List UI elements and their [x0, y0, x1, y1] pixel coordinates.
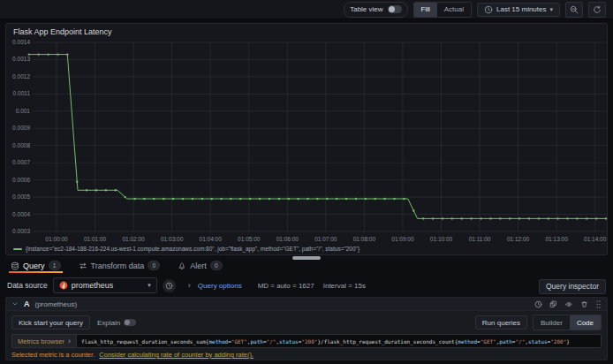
tab-query-count: 1 [49, 261, 61, 270]
zoom-out-button[interactable] [565, 2, 583, 18]
y-tick-label: 0.0004 [12, 211, 30, 217]
tab-alert[interactable]: Alert 0 [176, 258, 224, 273]
data-point [115, 189, 117, 191]
metrics-browser-button[interactable]: Metrics browser › [11, 334, 76, 348]
query-inspector-button[interactable]: Query inspector [539, 279, 606, 294]
data-point [432, 217, 434, 219]
query-options-section: › Query options MD = auto = 1627Interval… [188, 282, 366, 290]
panel-edit-toolbar: Table view Fill Actual Last 15 minutes ▾ [0, 0, 613, 19]
tab-query[interactable]: Query 1 [9, 258, 63, 273]
x-tick-label: 01:00:00 [45, 236, 68, 242]
table-view-toggle[interactable]: Table view [344, 2, 407, 18]
data-point [278, 198, 280, 200]
data-point [230, 198, 231, 200]
x-tick-label: 01:12:00 [507, 236, 530, 242]
editor-tabs: Query 1 Transform data 0 Alert 0 [9, 258, 604, 273]
promql-code-input[interactable]: flask_http_request_duration_seconds_sum{… [76, 334, 602, 348]
time-range-picker[interactable]: Last 15 minutes ▾ [477, 3, 560, 17]
code-button[interactable]: Code [570, 315, 601, 330]
zoom-out-icon [570, 5, 579, 14]
fill-button[interactable]: Fill [414, 3, 437, 17]
promql-token: flask_http_request_duration_seconds_coun… [324, 338, 455, 345]
datasource-help-button[interactable] [163, 279, 176, 292]
x-tick-label: 01:04:00 [200, 236, 223, 242]
promql-token: method [208, 338, 228, 345]
y-tick-label: 0.001 [16, 108, 31, 114]
tab-query-label: Query [23, 262, 45, 270]
y-tick-label: 0.0013 [12, 56, 30, 62]
data-point [259, 198, 261, 200]
data-point [220, 198, 222, 200]
warning-text: Selected metric is a counter. [11, 351, 95, 359]
options-row[interactable]: › Options Legend: AutoFormat: Time serie… [6, 359, 607, 364]
y-tick-label: 0.0011 [13, 90, 31, 96]
kick-start-button[interactable]: Kick start your query [11, 315, 90, 330]
tab-alert-count: 0 [210, 261, 223, 270]
datasource-label: Data source [7, 281, 48, 290]
query-options-toggle[interactable]: Query options [198, 282, 242, 290]
data-point [403, 198, 405, 200]
data-point [548, 217, 549, 219]
query-history-button[interactable] [534, 300, 542, 308]
data-point [86, 189, 87, 191]
actual-button[interactable]: Actual [437, 3, 471, 17]
query-ref-id: A [24, 300, 30, 308]
data-point [249, 198, 251, 200]
query-row-card: A (prometheus) Kick start your query Exp… [5, 297, 608, 360]
x-tick-label: 01:10:00 [430, 236, 453, 242]
y-tick-label: 0.0008 [12, 142, 30, 148]
promql-token: status [528, 338, 548, 345]
data-point [163, 198, 164, 200]
refresh-icon [593, 5, 602, 14]
duplicate-query-button[interactable] [549, 300, 557, 308]
transform-icon [79, 262, 87, 270]
latency-series-line [29, 55, 607, 219]
hide-response-button[interactable] [564, 300, 573, 308]
table-view-label: Table view [350, 5, 382, 13]
data-point [336, 198, 337, 200]
data-point [586, 217, 587, 219]
promql-token: path [250, 338, 262, 345]
drag-handle[interactable] [595, 300, 602, 309]
query-toolbar: Kick start your query Explain Run querie… [6, 311, 607, 332]
data-point [38, 53, 40, 55]
add-rate-link[interactable]: Consider calculating rate of counter by … [99, 351, 254, 359]
x-tick-label: 01:14:00 [584, 236, 607, 242]
x-tick-label: 01:01:00 [84, 236, 107, 242]
data-point [605, 217, 607, 219]
chevron-down-icon: ▾ [148, 282, 151, 289]
run-queries-button[interactable]: Run queries [475, 315, 527, 330]
clock-icon [484, 5, 493, 14]
latency-chart-svg[interactable]: 0.00140.00130.00120.00110.0010.00090.000… [6, 36, 609, 245]
history-clock-icon [165, 282, 173, 290]
x-tick-label: 01:02:00 [122, 236, 145, 242]
query-row-header[interactable]: A (prometheus) [6, 298, 607, 311]
explain-switch[interactable] [124, 319, 136, 326]
time-range-label: Last 15 minutes [496, 5, 546, 13]
y-tick-label: 0.0012 [12, 73, 30, 80]
data-point [28, 53, 30, 55]
builder-code-group: Builder Code [533, 315, 602, 330]
data-point [412, 209, 414, 211]
datasource-picker[interactable]: prometheus ▾ [53, 277, 157, 293]
data-point [192, 198, 193, 200]
x-tick-label: 01:07:00 [314, 236, 337, 242]
data-point [345, 198, 347, 200]
data-point [538, 217, 540, 219]
data-point [528, 217, 530, 219]
data-point [182, 198, 184, 200]
copy-icon [549, 300, 557, 308]
table-view-switch[interactable] [388, 5, 402, 13]
data-point [47, 53, 49, 55]
tab-transform[interactable]: Transform data 0 [77, 258, 163, 273]
x-tick-label: 01:09:00 [391, 236, 414, 242]
chart-legend[interactable]: {instance="ec2-184-188-216-224.us-west-1… [13, 246, 359, 252]
refresh-button[interactable] [588, 2, 606, 18]
builder-button[interactable]: Builder [534, 315, 570, 330]
remove-query-button[interactable] [580, 300, 588, 308]
data-point [288, 198, 290, 200]
promql-token: flask_http_request_duration_seconds_sum [81, 338, 206, 345]
summary-item: Interval = 15s [323, 282, 366, 290]
query-options-summary: MD = auto = 1627Interval = 15s [249, 282, 366, 290]
y-tick-label: 0.0003 [12, 228, 30, 234]
